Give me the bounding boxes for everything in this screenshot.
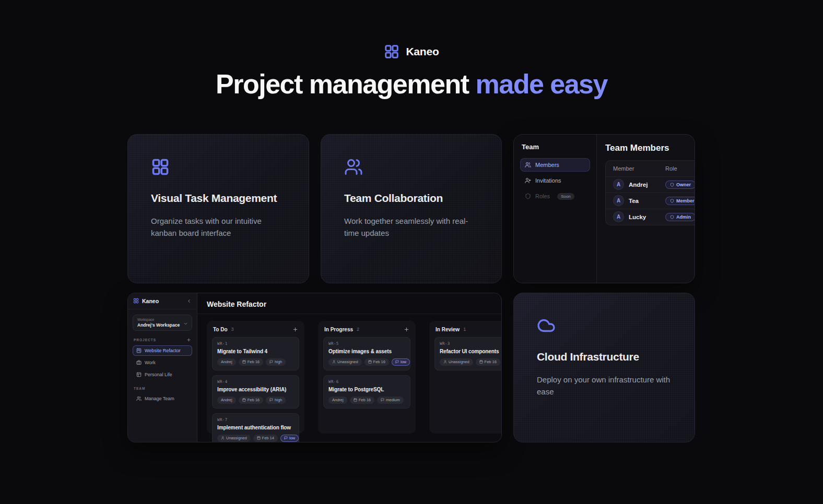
feature-card-cloud-infrastructure: Cloud Infrastructure Deploy on your own …	[513, 293, 695, 442]
workspace-selector[interactable]: Workspace Andrej's Workspace	[133, 315, 192, 331]
kanban-icon	[136, 348, 142, 353]
sidebar-item-manage-team[interactable]: Manage Team	[133, 393, 192, 404]
task-card[interactable]: WR-6 Migrate to PostgreSQL Andrej Feb 16…	[323, 375, 410, 409]
column-count: 1	[463, 327, 466, 332]
task-card[interactable]: WR-5 Optimize images & assets Unassigned…	[323, 337, 410, 370]
calendar-icon	[242, 360, 246, 364]
task-ticket: WR-7	[217, 417, 294, 422]
feature-description: Organize tasks with our intuitive kanban…	[151, 215, 286, 239]
grid-icon	[151, 158, 170, 176]
hero-title-accent: made easy	[475, 69, 607, 99]
team-nav-label: Members	[535, 162, 559, 168]
member-cell: A Andrej	[613, 179, 665, 190]
feature-card-team-collaboration: Team Collaboration Work together seamles…	[321, 134, 502, 283]
cloud-icon	[537, 316, 556, 335]
task-badges: Unassigned Feb 16 low	[440, 358, 501, 366]
feature-grid: Visual Task Management Organize tasks wi…	[127, 134, 696, 442]
team-item-label: Manage Team	[145, 396, 174, 401]
task-title: Optimize images & assets	[328, 349, 405, 354]
projects-label: PROJECTS	[134, 338, 156, 342]
task-card[interactable]: WR-1 Migrate to Tailwind 4 Andrej Feb 16…	[212, 337, 299, 370]
soon-badge: Soon	[557, 193, 574, 200]
projects-section-header: PROJECTS	[133, 338, 192, 342]
project-label: Work	[145, 360, 156, 365]
badge-label: high	[275, 398, 282, 402]
badge-label: Feb 16	[248, 359, 260, 364]
sidebar-item-personal-life[interactable]: Personal Life	[133, 369, 192, 380]
table-row[interactable]: A Lucky Admin	[606, 209, 695, 225]
task-badges: Andrej Feb 16 high	[217, 397, 294, 404]
add-task-icon[interactable]	[292, 327, 298, 332]
table-header: Member Role	[606, 161, 695, 176]
calendar-icon	[242, 398, 246, 402]
team-sidebar-title: Team	[520, 143, 590, 151]
kanban-sidebar-body: Workspace Andrej's Workspace PROJECTS We…	[128, 309, 197, 409]
task-ticket: WR-3	[440, 341, 501, 346]
task-card[interactable]: WR-3 Refactor UI components Unassigned F…	[434, 337, 501, 370]
brand-name: Kaneo	[406, 45, 439, 58]
badge-label: Unassigned	[337, 359, 358, 364]
column-name: In Progress	[324, 327, 353, 332]
kaneo-logo-icon	[133, 298, 139, 304]
task-ticket: WR-6	[328, 379, 405, 384]
team-sidebar: Team Members Invitations Roles Soon	[514, 135, 597, 283]
workspace-label: Workspace	[137, 318, 187, 321]
sidebar-item-website-refactor[interactable]: Website Refactor	[133, 345, 192, 356]
badge-label: medium	[386, 398, 400, 402]
badge-label: high	[275, 359, 282, 364]
board-title: Website Refactor	[207, 300, 492, 308]
column-header-role: Role	[665, 165, 677, 172]
briefcase-icon	[136, 360, 142, 365]
table-row[interactable]: A Andrej Owner	[606, 176, 695, 193]
add-project-icon[interactable]	[186, 338, 191, 342]
avatar: A	[613, 179, 624, 190]
task-title: Migrate to Tailwind 4	[217, 349, 294, 354]
sidebar-item-work[interactable]: Work	[133, 357, 192, 368]
date-badge: Feb 16	[476, 358, 500, 366]
column-name: In Review	[436, 327, 460, 332]
task-badges: Andrej Feb 16 medium	[328, 397, 405, 404]
date-badge: Feb 16	[350, 397, 374, 404]
priority-badge: low	[280, 435, 299, 442]
team-nav-members[interactable]: Members	[520, 158, 590, 172]
column-name: To Do	[213, 327, 228, 332]
priority-badge: low	[392, 358, 410, 366]
task-badges: Unassigned Feb 16 low	[328, 358, 405, 366]
column-in-progress: In Progress 2 WR-5 Optimize images & ass…	[318, 321, 416, 434]
flag-icon	[284, 436, 288, 440]
task-title: Implement authentication flow	[217, 425, 294, 430]
column-header: In Progress 2	[323, 326, 410, 332]
shield-icon	[525, 193, 531, 199]
task-badges: Unassigned Feb 14 low	[217, 435, 294, 442]
task-card[interactable]: WR-4 Improve accessibility (ARIA) Andrej…	[212, 375, 299, 409]
date-badge: Feb 16	[365, 358, 389, 366]
team-nav-invitations[interactable]: Invitations	[520, 174, 590, 187]
shield-icon	[670, 215, 674, 219]
member-cell: A Tea	[613, 195, 665, 206]
badge-label: Feb 16	[359, 398, 371, 402]
feature-card-visual-task-management: Visual Task Management Organize tasks wi…	[127, 134, 309, 283]
badge-label: Feb 14	[262, 436, 274, 440]
user-icon	[332, 360, 336, 364]
task-card[interactable]: WR-7 Implement authentication flow Unass…	[212, 413, 299, 442]
sidebar-brand-name: Kaneo	[142, 298, 159, 304]
badge-label: Unassigned	[226, 436, 247, 440]
priority-badge: medium	[377, 397, 404, 404]
column-header-member: Member	[613, 165, 665, 172]
date-badge: Feb 16	[239, 358, 263, 366]
users-icon	[136, 396, 142, 401]
column-count: 3	[231, 327, 234, 332]
task-ticket: WR-4	[217, 379, 294, 384]
column-to-do: To Do 3 WR-1 Migrate to Tailwind 4 Andre…	[207, 321, 304, 434]
table-row[interactable]: A Tea Member	[606, 193, 695, 209]
calendar-icon	[368, 360, 372, 364]
assignee-badge: Andrej	[217, 358, 236, 366]
feature-title: Visual Task Management	[151, 192, 286, 205]
chevron-left-icon[interactable]	[186, 298, 192, 304]
badge-label: Andrej	[332, 398, 344, 402]
board-header: Website Refactor	[197, 293, 501, 314]
users-icon	[344, 158, 363, 176]
add-task-icon[interactable]	[404, 327, 409, 332]
user-plus-icon	[525, 177, 531, 184]
feature-description: Work together seamlessly with real-time …	[344, 215, 478, 239]
